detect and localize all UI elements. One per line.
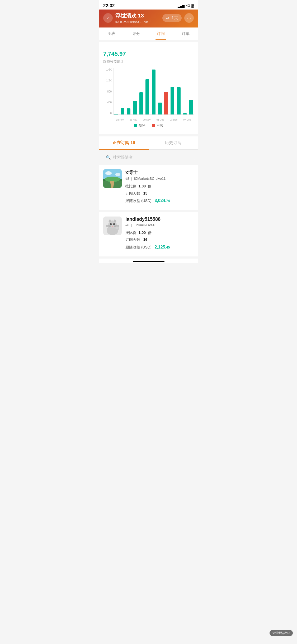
header: ‹ 浮世清欢 13 #3 ICMarketsSC-Live11 ⇌ 主页 ··· bbox=[99, 10, 198, 27]
bar-group bbox=[120, 68, 125, 114]
legend-dot-profit bbox=[134, 124, 137, 127]
search-icon: 🔍 bbox=[106, 155, 111, 160]
page-title: 浮世清欢 13 bbox=[115, 12, 152, 19]
ratio-value-1: 1.00 bbox=[139, 184, 146, 188]
days-value-2: 16 bbox=[143, 237, 148, 242]
tab-chart[interactable]: 图表 bbox=[99, 27, 124, 40]
chart-bar bbox=[171, 87, 174, 114]
follower-name-2: landlady515588 bbox=[125, 217, 194, 222]
bar-group bbox=[151, 68, 156, 114]
tab-orders[interactable]: 订单 bbox=[173, 27, 198, 40]
home-label: 主页 bbox=[171, 16, 178, 20]
sub-tab-bar: 正在订阅 16 历史订阅 bbox=[99, 136, 198, 150]
chart-bar bbox=[114, 114, 118, 115]
chart-bar bbox=[145, 79, 149, 114]
ratio-prefix-2: 按比例 bbox=[125, 231, 136, 235]
header-left: ‹ 浮世清欢 13 #3 ICMarketsSC-Live11 bbox=[103, 12, 152, 24]
chart-bar bbox=[127, 108, 130, 114]
avatar-cat-svg bbox=[103, 217, 122, 235]
follower-avatar-2 bbox=[103, 217, 122, 235]
follower-profit-2: 2,125.45 bbox=[154, 245, 170, 249]
chart-bar bbox=[133, 101, 137, 115]
chart-bar bbox=[121, 108, 124, 115]
sub-tab-active[interactable]: 正在订阅 16 bbox=[99, 136, 149, 150]
sub-tab-history[interactable]: 历史订阅 bbox=[149, 136, 198, 149]
status-time: 22:32 bbox=[103, 3, 115, 8]
home-icon: ⇌ bbox=[166, 16, 169, 20]
ratio-prefix-1: 按比例 bbox=[125, 184, 136, 188]
follower-card-2[interactable]: landlady515588 #6 | Tickmill-Live10 按比例 … bbox=[99, 212, 198, 259]
bar-group bbox=[157, 68, 163, 114]
profit-label-1: 跟随收益 (USD) bbox=[125, 199, 152, 203]
bar-group bbox=[145, 68, 150, 114]
chart-bar bbox=[164, 92, 168, 114]
more-button[interactable]: ··· bbox=[184, 13, 194, 23]
search-bar[interactable]: 🔍 搜索跟随者 bbox=[102, 153, 195, 162]
profit-label: 跟随收益统计 bbox=[103, 59, 194, 64]
chart-bar bbox=[183, 113, 187, 114]
network-type: 4G bbox=[186, 4, 190, 8]
ratio-suffix-2: 倍 bbox=[148, 231, 152, 235]
svg-point-5 bbox=[105, 171, 112, 175]
follower-info-2: landlady515588 #6 | Tickmill-Live10 按比例 … bbox=[125, 217, 194, 251]
bar-chart: 1.6K 1.2K 800 400 0 23 Nov 25 Nov 29 Nov… bbox=[103, 68, 194, 121]
follower-detail-1: 按比例 1.00 倍 订阅天数 15 跟随收益 (USD) 3,024.74 bbox=[125, 183, 194, 205]
battery-icon: ▓ bbox=[191, 4, 194, 8]
bar-group bbox=[114, 68, 119, 114]
bar-group bbox=[132, 68, 138, 114]
tab-subscribe[interactable]: 订阅 bbox=[149, 27, 173, 40]
follower-meta-2: #6 | Tickmill-Live10 bbox=[125, 223, 194, 227]
follower-detail-2: 按比例 1.00 倍 订阅天数 16 跟随收益 (USD) 2,125.45 bbox=[125, 229, 194, 251]
svg-point-13 bbox=[113, 223, 115, 225]
ratio-value-2: 1.00 bbox=[139, 231, 146, 235]
svg-point-12 bbox=[110, 223, 112, 225]
header-title-block: 浮世清欢 13 #3 ICMarketsSC-Live11 bbox=[115, 12, 152, 24]
chart-y-axis: 1.6K 1.2K 800 400 0 bbox=[103, 68, 112, 121]
follower-header-1: x博士 #8 | ICMarketsSC-Live11 按比例 1.00 倍 订… bbox=[103, 169, 194, 205]
days-label-2: 订阅天数 bbox=[125, 237, 140, 242]
follower-meta-1: #8 | ICMarketsSC-Live11 bbox=[125, 177, 194, 181]
follower-info-1: x博士 #8 | ICMarketsSC-Live11 按比例 1.00 倍 订… bbox=[125, 169, 194, 205]
sub-tab-active-label: 正在订阅 16 bbox=[112, 140, 135, 145]
svg-point-6 bbox=[115, 173, 120, 176]
chart-bar bbox=[139, 92, 143, 114]
tab-rating[interactable]: 评分 bbox=[124, 27, 149, 40]
home-indicator bbox=[99, 259, 198, 263]
days-value-1: 15 bbox=[143, 191, 148, 195]
profit-value: 7,745.97 bbox=[103, 47, 194, 58]
follower-name-1: x博士 bbox=[125, 169, 194, 176]
chart-bars bbox=[113, 68, 194, 115]
chart-legend: 盈利 亏损 bbox=[103, 123, 194, 128]
status-bar: 22:32 ▂▄▆ 4G ▓ bbox=[99, 0, 198, 10]
bar-group bbox=[182, 68, 188, 114]
follower-header-2: landlady515588 #6 | Tickmill-Live10 按比例 … bbox=[103, 217, 194, 251]
chart-bar bbox=[177, 87, 181, 114]
legend-profit: 盈利 bbox=[134, 123, 145, 128]
header-right: ⇌ 主页 ··· bbox=[162, 13, 194, 23]
follower-card-1[interactable]: x博士 #8 | ICMarketsSC-Live11 按比例 1.00 倍 订… bbox=[99, 165, 198, 212]
chart-x-labels: 23 Nov 25 Nov 29 Nov 01 Dec 03 Dec 07 De… bbox=[113, 118, 194, 121]
back-button[interactable]: ‹ bbox=[103, 13, 113, 23]
bar-group bbox=[164, 68, 169, 114]
ratio-suffix-1: 倍 bbox=[148, 184, 152, 188]
chart-bar bbox=[189, 100, 193, 114]
bar-group bbox=[188, 68, 194, 114]
svg-point-20 bbox=[115, 227, 119, 229]
bar-group bbox=[139, 68, 144, 114]
signal-icon: ▂▄▆ bbox=[178, 4, 185, 8]
search-placeholder: 搜索跟随者 bbox=[113, 155, 133, 160]
home-button[interactable]: ⇌ 主页 bbox=[162, 14, 182, 22]
status-icons: ▂▄▆ 4G ▓ bbox=[178, 4, 194, 8]
home-bar bbox=[133, 261, 164, 262]
avatar-landscape-svg bbox=[103, 169, 122, 188]
profit-label-2: 跟随收益 (USD) bbox=[125, 245, 152, 249]
legend-dot-loss bbox=[152, 124, 155, 127]
days-label-1: 订阅天数 bbox=[125, 191, 140, 195]
legend-loss: 亏损 bbox=[152, 123, 163, 128]
follower-list: x博士 #8 | ICMarketsSC-Live11 按比例 1.00 倍 订… bbox=[99, 165, 198, 259]
bar-group bbox=[176, 68, 181, 114]
follower-profit-1: 3,024.74 bbox=[154, 198, 170, 203]
bar-group bbox=[170, 68, 175, 114]
tab-bar: 图表 评分 订阅 订单 bbox=[99, 27, 198, 40]
content-area: 7,745.97 跟随收益统计 1.6K 1.2K 800 400 0 23 N… bbox=[99, 42, 198, 134]
